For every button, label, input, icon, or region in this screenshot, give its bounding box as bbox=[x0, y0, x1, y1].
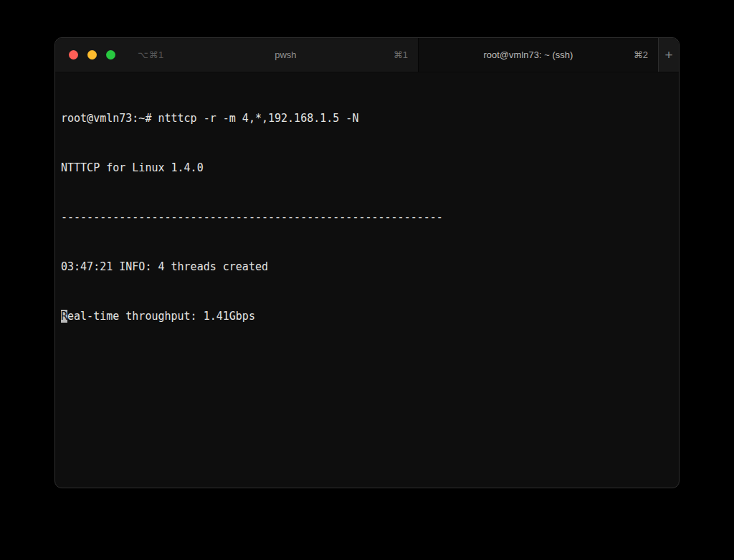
tab-title: pwsh bbox=[184, 49, 388, 60]
minimize-button[interactable] bbox=[87, 50, 97, 60]
terminal-line-prompt: root@vmln73:~# ntttcp -r -m 4,*,192.168.… bbox=[61, 110, 673, 127]
tab-pwsh[interactable]: pwsh ⌘1 bbox=[173, 38, 419, 72]
close-button[interactable] bbox=[69, 50, 78, 60]
tab-ssh-root-vmln73[interactable]: root@vmln73: ~ (ssh) ⌘2 bbox=[419, 38, 658, 72]
tab-shortcut-label: ⌘2 bbox=[634, 49, 648, 60]
terminal-line-version: NTTTCP for Linux 1.4.0 bbox=[61, 160, 673, 176]
plus-icon: + bbox=[664, 47, 672, 63]
tab-title: root@vmln73: ~ (ssh) bbox=[429, 49, 628, 60]
terminal-line-info: 03:47:21 INFO: 4 threads created bbox=[61, 259, 673, 275]
window-controls: ⌥⌘1 bbox=[55, 38, 173, 72]
terminal-line-separator: ----------------------------------------… bbox=[61, 209, 673, 226]
tab-bar: ⌥⌘1 pwsh ⌘1 root@vmln73: ~ (ssh) ⌘2 + bbox=[55, 38, 679, 72]
window-shortcut-label: ⌥⌘1 bbox=[138, 49, 164, 60]
terminal-line-throughput: Real-time throughput: 1.41Gbps bbox=[61, 308, 673, 325]
desktop-background: ⌥⌘1 pwsh ⌘1 root@vmln73: ~ (ssh) ⌘2 + ro… bbox=[0, 0, 734, 560]
terminal-window: ⌥⌘1 pwsh ⌘1 root@vmln73: ~ (ssh) ⌘2 + ro… bbox=[54, 37, 680, 488]
terminal-cursor: R bbox=[61, 310, 67, 323]
zoom-button[interactable] bbox=[106, 50, 115, 60]
terminal-content[interactable]: root@vmln73:~# ntttcp -r -m 4,*,192.168.… bbox=[55, 72, 679, 488]
terminal-line-text: eal-time throughput: 1.41Gbps bbox=[67, 310, 255, 323]
new-tab-button[interactable]: + bbox=[658, 38, 679, 72]
tab-shortcut-label: ⌘1 bbox=[394, 49, 408, 60]
